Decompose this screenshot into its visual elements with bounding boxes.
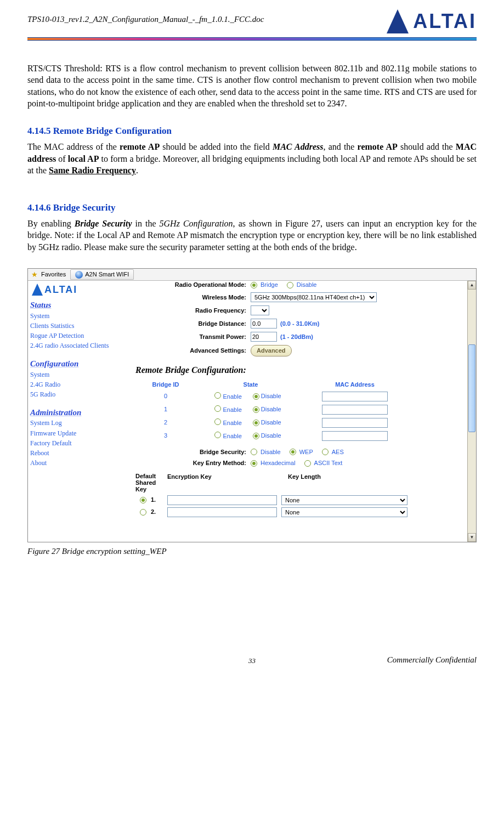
section-4-14-5-heading: 4.14.5 Remote Bridge Configuration [27,125,477,138]
key-entry-ascii-radio[interactable] [304,460,311,467]
t: in the [132,219,160,228]
nav-link-system-log[interactable]: System Log [28,418,114,428]
select-radio-frequency[interactable] [251,305,269,315]
altai-logo: ALTAI [386,8,477,35]
ascii-label: ASCII Text [314,459,343,467]
nav-link-factory-default[interactable]: Factory Default [28,438,114,448]
bridge-3-disable-radio[interactable] [253,433,259,439]
t: should be added into the field [160,142,273,151]
nav-link-config-system[interactable]: System [28,370,114,380]
bridge-security-disable-radio[interactable] [251,449,257,455]
bridge-1-mac-input[interactable] [322,405,388,415]
nav-category-configuration: Configuration [28,357,114,369]
main-config-panel: Radio Operational Mode: Bridge Disable W… [114,281,467,542]
radio-operational-disable[interactable] [287,282,293,288]
bridge-security-wep-radio[interactable] [290,449,296,455]
nav-link-24g-radio[interactable]: 2.4G Radio [28,380,114,389]
key-1-encryption-input[interactable] [167,495,277,505]
th-state: State [196,381,305,389]
nav-link-about[interactable]: About [28,458,114,468]
t: . [136,166,138,175]
bridge-2-enable-radio[interactable] [214,418,221,425]
bridge-id-3: 3 [135,432,196,440]
wep-label: WEP [299,448,313,456]
confidentiality-notice: Commercially Confidential [387,654,477,665]
vertical-scrollbar[interactable]: ▲ ▼ [467,281,476,542]
nav-link-clients-statistics[interactable]: Clients Statistics [28,321,114,331]
scroll-up-button[interactable]: ▲ [468,281,476,290]
key-entry-hex-radio[interactable] [251,460,257,467]
hint-bridge-distance: (0.0 - 31.0Km) [280,320,320,328]
bridge-1-enable-radio[interactable] [214,405,221,412]
label-transmit-power: Transmit Power: [135,333,251,341]
bridge-3-enable-radio[interactable] [214,432,221,438]
bridge-3-mac-input[interactable] [322,431,388,441]
section-4-14-6-heading: 4.14.6 Bridge Security [27,202,477,214]
key-1-length-select[interactable]: None [281,495,407,505]
bridge-id-1: 1 [135,405,196,414]
nav-category-status: Status [28,298,114,310]
enable-label: Enable [223,433,242,439]
bridge-2-mac-input[interactable] [322,418,388,428]
t: MAC Address [273,142,324,151]
page-header: TPS10-013_rev1.2_A2N_Configuration_Manua… [27,0,477,35]
input-bridge-distance[interactable] [251,319,277,329]
bridge-table-header: Bridge ID State MAC Address [135,380,463,390]
scroll-track[interactable] [468,290,476,533]
nav-link-reboot[interactable]: Reboot [28,448,114,458]
nav-link-24g-associated-clients[interactable]: 2.4G radio Associated Clients [28,341,114,350]
nav-link-system[interactable]: System [28,311,114,321]
nav-link-5g-radio[interactable]: 5G Radio [28,389,114,399]
tab-title: A2N Smart WIFI [85,270,129,279]
select-wireless-mode[interactable]: 5GHz 300Mbps(802.11na HT40ext ch+1) [251,292,377,302]
t: local AP [68,154,99,163]
bridge-1-disable-radio[interactable] [253,406,259,413]
radio-operational-bridge-label: Bridge [261,281,278,289]
bridge-id-0: 0 [135,392,196,400]
bridge-0-enable-radio[interactable] [214,392,221,399]
t: of [56,154,68,163]
key-1-select-radio[interactable] [140,497,146,503]
page-footer: 33 Commercially Confidential [27,656,477,666]
nav-category-administration: Administration [28,406,114,418]
nav-link-firmware-update[interactable]: Firmware Update [28,428,114,438]
label-wireless-mode: Wireless Mode: [135,293,251,302]
input-transmit-power[interactable] [251,332,277,342]
disable-label: Disable [261,393,281,399]
th-key-length: Key Length [288,473,398,492]
figure-27-caption: Figure 27 Bridge encryption setting_WEP [27,546,477,557]
label-bridge-security: Bridge Security: [135,448,251,456]
enable-label: Enable [223,420,242,426]
key-2-length-select[interactable]: None [281,507,407,517]
nav-link-rogue-ap-detection[interactable]: Rogue AP Detection [28,331,114,341]
t: , and the [324,142,358,151]
t: Same Radio Frequency [49,166,136,175]
key-2-number: 2. [151,508,167,516]
radio-operational-disable-label: Disable [297,281,317,289]
bridge-security-aes-radio[interactable] [322,449,329,455]
sidebar-nav: ALTAI Status System Clients Statistics R… [28,281,114,542]
bridge-0-disable-radio[interactable] [253,393,259,400]
key-2-select-radio[interactable] [140,509,146,516]
key-row-1: 1. None [135,494,463,506]
hint-transmit-power: (1 - 20dBm) [280,333,313,341]
t: should add the [398,142,456,151]
sidebar-logo-text: ALTAI [44,283,77,296]
bridge-2-disable-radio[interactable] [253,420,259,426]
radio-operational-bridge[interactable] [251,282,257,288]
section-4-14-5-paragraph: The MAC address of the remote AP should … [27,141,477,177]
key-2-encryption-input[interactable] [167,507,277,517]
th-bridge-id: Bridge ID [135,381,196,389]
advanced-button[interactable]: Advanced [251,345,292,356]
screenshot-figure-27: ★ Favorites A2N Smart WIFI ALTAI Status … [27,268,477,542]
t: remote AP [120,142,160,151]
t: By enabling [27,219,75,228]
favorites-star-icon[interactable]: ★ [30,270,39,279]
document-filename: TPS10-013_rev1.2_A2N_Configuration_Manua… [27,8,264,25]
scroll-down-button[interactable]: ▼ [468,533,476,542]
scroll-thumb[interactable] [468,344,475,432]
browser-tab[interactable]: A2N Smart WIFI [70,269,134,280]
disable-label: Disable [261,432,281,439]
disable-label: Disable [261,419,281,426]
bridge-0-mac-input[interactable] [322,392,388,401]
